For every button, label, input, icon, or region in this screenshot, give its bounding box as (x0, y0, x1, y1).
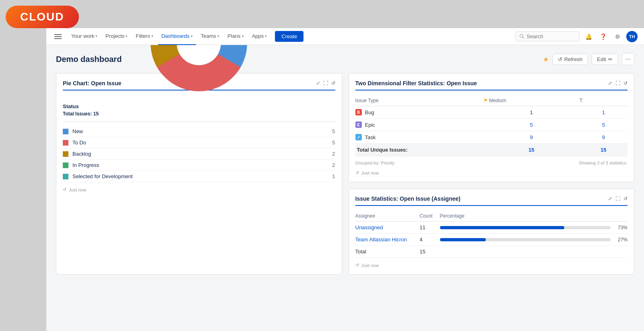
legend-item-todo: To Do 5 (63, 137, 335, 148)
total-medium: 15 (483, 144, 580, 156)
pie-chart-widget: Pie Chart: Open Issue ⤢ ⛶ ↺ (56, 73, 342, 275)
col-header-count: Count (420, 211, 440, 222)
total-count: 15 (420, 246, 440, 258)
count-team: 4 (420, 234, 440, 246)
filter-stats-actions: ⤢ ⛶ ↺ (608, 80, 627, 86)
notifications-icon[interactable]: 🔔 (583, 31, 594, 42)
issue-stats-header: Issue Statistics: Open Issue (Assignee) … (355, 195, 628, 206)
nav-item-projects[interactable]: Projects ▾ (102, 28, 131, 45)
col-header-medium: ⚑ Medium (483, 95, 580, 106)
dashboard-grid: Pie Chart: Open Issue ⤢ ⛶ ↺ (56, 73, 634, 275)
assignee-table: Assignee Count Percentage Unassigned 11 (355, 211, 628, 258)
total-count-task[interactable]: 9 (580, 131, 627, 144)
fullscreen-icon[interactable]: ⛶ (615, 196, 620, 201)
refresh-small-icon: ↺ (355, 263, 359, 268)
main-content: Demo dashboard ★ ↺ Refresh Edit ✏ ··· Pi… (46, 45, 644, 331)
legend-count-todo: 5 (332, 140, 335, 146)
expand-icon[interactable]: ⤢ (316, 80, 320, 86)
filter-stats-widget: Two Dimensional Filter Statistics: Open … (349, 73, 635, 182)
expand-icon[interactable]: ⤢ (608, 196, 612, 201)
stats-meta: Grouped by: Priority Showing 3 of 3 stat… (355, 160, 628, 165)
refresh-icon[interactable]: ↺ (623, 80, 627, 86)
table-row: Team Atlassian Hicron 4 27% (355, 234, 628, 246)
legend-color-new (63, 129, 68, 134)
table-row: ✓ Task 9 9 (355, 131, 628, 144)
total-bar-cell (440, 246, 628, 258)
legend-subtitle: Total Issues: 15 (63, 111, 335, 117)
total-row: Total Unique Issues: 15 15 (355, 144, 628, 156)
medium-count-bug: 1 (483, 106, 580, 119)
pct-label-team: 27% (615, 237, 627, 243)
table-row: B Bug 1 1 (355, 106, 628, 119)
settings-icon[interactable]: ⚙ (612, 31, 623, 42)
legend-item-inprogress: In Progress 2 (63, 160, 335, 171)
nav-item-filters[interactable]: Filters ▾ (132, 28, 156, 45)
medium-icon: ⚑ (483, 98, 489, 103)
fullscreen-icon[interactable]: ⛶ (615, 80, 620, 86)
page-header: Demo dashboard ★ ↺ Refresh Edit ✏ ··· (56, 53, 634, 65)
bug-icon: B (355, 109, 362, 115)
chevron-icon: ▾ (217, 34, 219, 38)
assignee-unassigned[interactable]: Unassigned (355, 222, 420, 234)
navbar: Your work ▾ Projects ▾ Filters ▾ Dashboa… (46, 28, 644, 45)
refresh-icon[interactable]: ↺ (331, 80, 335, 86)
col-header-pct: Percentage (440, 211, 628, 222)
more-options-button[interactable]: ··· (622, 53, 634, 65)
fullscreen-icon[interactable]: ⛶ (323, 80, 328, 86)
user-avatar[interactable]: TH (626, 31, 638, 42)
total-total: 15 (580, 144, 627, 156)
create-button[interactable]: Create (275, 31, 303, 42)
pct-bar-unassigned: 73% (440, 222, 628, 234)
progress-bar-fill (440, 238, 486, 241)
refresh-small-icon: ↺ (355, 170, 359, 175)
issue-type-cell-task: ✓ Task (355, 131, 483, 144)
star-icon[interactable]: ★ (543, 56, 549, 63)
nav-item-teams[interactable]: Teams ▾ (198, 28, 223, 45)
legend-title: Status (63, 103, 335, 109)
hamburger-menu[interactable] (53, 33, 63, 41)
legend-count-backlog: 2 (332, 151, 335, 157)
issue-type-cell-epic: E Epic (355, 119, 483, 131)
total-count-bug[interactable]: 1 (580, 106, 627, 119)
legend-label-backlog: Backlog (72, 151, 332, 157)
refresh-button[interactable]: ↺ Refresh (553, 54, 588, 65)
nav-right: 🔔 ❓ ⚙ TH (515, 31, 638, 42)
legend-count-new: 5 (332, 128, 335, 134)
legend-count-selected: 1 (332, 173, 335, 179)
chevron-icon: ▾ (151, 34, 153, 38)
filter-stats-header: Two Dimensional Filter Statistics: Open … (355, 80, 628, 90)
refresh-icon[interactable]: ↺ (623, 196, 627, 201)
search-input[interactable] (526, 33, 575, 39)
col-header-issue-type: Issue Type (355, 95, 483, 106)
filter-stats-table: Issue Type ⚑ Medium T: B Bug (355, 95, 628, 156)
total-label: Total Unique Issues: (355, 144, 483, 156)
filter-stats-footer: ↺ Just now (355, 170, 628, 175)
refresh-icon: ↺ (558, 56, 562, 62)
pie-chart-title: Pie Chart: Open Issue (63, 80, 121, 86)
nav-item-dashboards[interactable]: Dashboards ▾ (158, 28, 196, 45)
page-actions: ★ ↺ Refresh Edit ✏ ··· (543, 53, 634, 65)
pie-footer: ↺ Just now (63, 187, 335, 192)
issue-stats-widget: Issue Statistics: Open Issue (Assignee) … (349, 189, 635, 275)
legend-label-new: New (72, 128, 332, 134)
expand-icon[interactable]: ⤢ (608, 80, 612, 86)
search-box[interactable] (515, 31, 580, 41)
total-count-epic[interactable]: 5 (580, 119, 627, 131)
assignee-team[interactable]: Team Atlassian Hicron (355, 234, 420, 246)
nav-item-your-work[interactable]: Your work ▾ (68, 28, 101, 45)
legend-color-todo (63, 140, 68, 146)
chevron-icon: ▾ (191, 34, 193, 38)
legend-label-selected: Selected for Development (72, 173, 332, 179)
progress-bar-container (440, 226, 611, 229)
edit-button[interactable]: Edit ✏ (592, 54, 617, 65)
search-icon (520, 34, 524, 39)
issue-stats-title: Issue Statistics: Open Issue (Assignee) (355, 195, 460, 202)
chevron-icon: ▾ (126, 34, 128, 38)
chevron-icon: ▾ (242, 34, 244, 38)
issue-stats-actions: ⤢ ⛶ ↺ (608, 196, 627, 201)
nav-item-plans[interactable]: Plans ▾ (224, 28, 247, 45)
nav-item-apps[interactable]: Apps ▾ (249, 28, 270, 45)
pencil-icon: ✏ (608, 56, 613, 62)
help-icon[interactable]: ❓ (597, 31, 609, 42)
task-icon: ✓ (355, 134, 362, 140)
